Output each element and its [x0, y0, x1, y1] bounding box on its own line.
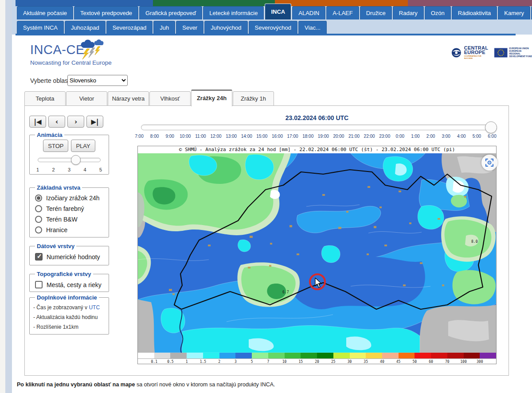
- scale-segment-14: [366, 353, 382, 358]
- region-tab-severoz-pad[interactable]: Severozápad: [106, 21, 153, 34]
- data-layers-group: Dátové vrstvy Numerické hodnoty: [29, 243, 109, 265]
- last-frame-button[interactable]: ▶|: [86, 116, 103, 128]
- nav-tab-inca[interactable]: INCA: [265, 4, 291, 19]
- nav-tab-r-dioaktivita[interactable]: Rádioaktivita: [452, 6, 497, 19]
- next-frame-button[interactable]: ›: [67, 116, 84, 128]
- primary-nav: Aktuálne počasieTextové predpovedeGrafic…: [17, 6, 532, 19]
- radio-icon[interactable]: [35, 216, 42, 223]
- timeline-slider[interactable]: [141, 125, 492, 130]
- data-layer-option-numerick-hodnoty[interactable]: Numerické hodnoty: [35, 253, 105, 261]
- scale-segment-10: [301, 353, 317, 358]
- previous-frame-button[interactable]: ‹: [48, 116, 65, 128]
- checkbox-icon[interactable]: [35, 281, 43, 288]
- scale-segment-7: [252, 353, 268, 358]
- scale-label-1-5: 1.5: [200, 360, 206, 364]
- scale-segment-15: [382, 353, 399, 358]
- product-tab-n-razy-vetra[interactable]: Nárazy vetra: [108, 91, 149, 106]
- scale-segment-19: [447, 353, 464, 358]
- speed-label-2: 2: [52, 167, 55, 172]
- scale-segment-0: [138, 353, 154, 358]
- nav-tab-grafick-predpove[interactable]: Grafická predpoveď: [139, 6, 202, 19]
- tick-10-00: 10:00: [180, 134, 191, 139]
- product-tab-vlhkos[interactable]: Vlhkosť: [149, 91, 191, 106]
- scale-segment-6: [235, 353, 252, 358]
- nav-tab-leteck-inform-cie[interactable]: Letecké informácie: [203, 6, 264, 19]
- scale-label-20: 20: [315, 360, 319, 364]
- animation-group: Animácia STOP PLAY 12345: [29, 132, 109, 175]
- speed-label-4: 4: [83, 167, 86, 172]
- region-tab-viac[interactable]: Viac...: [298, 21, 327, 34]
- nav-tab-kamery[interactable]: Kamery: [498, 6, 530, 19]
- precipitation-map[interactable]: © SHMÚ - Analýza zrážok za 24 hod [mm] -…: [137, 146, 497, 364]
- scale-segment-13: [350, 353, 366, 358]
- central-europe-logo: CENTRAL EUROPE COOPERATING FOR SUCCESS: [450, 46, 489, 59]
- region-tab-juhoz-pad[interactable]: Juhozápad: [65, 21, 106, 34]
- nav-tab-oz-n[interactable]: Ozón: [425, 6, 451, 19]
- footer-note: Po kliknutí na jednu vybranú oblasť na m…: [17, 381, 275, 388]
- base-layer-option-ter-n-b-w[interactable]: Terén B&W: [35, 216, 105, 223]
- timeline-slider-handle[interactable]: [485, 121, 497, 133]
- base-layer-legend: Základná vrstva: [35, 184, 82, 191]
- region-select[interactable]: Slovensko: [67, 75, 128, 86]
- precipitation-map-image[interactable]: 6.7 8.0: [138, 153, 496, 353]
- scale-label-100: 100: [460, 360, 466, 364]
- topo-layer-option-mest-cesty-a-rieky[interactable]: Mestá, cesty a rieky: [35, 281, 105, 288]
- tick-21-00: 21:00: [348, 134, 360, 139]
- animation-speed-handle[interactable]: [71, 155, 81, 165]
- animation-speed-slider[interactable]: [38, 158, 101, 162]
- info-line-2: - Aktualizácia každú hodinu: [33, 314, 105, 320]
- scale-segment-4: [203, 353, 219, 358]
- nav-tab-aktu-lne-po-asie[interactable]: Aktuálne počasie: [17, 6, 73, 19]
- radio-selected-icon[interactable]: [35, 195, 42, 202]
- scale-label-50: 50: [413, 360, 417, 364]
- product-tab-zr-ky-1h[interactable]: Zrážky 1h: [233, 91, 274, 106]
- scale-label-70: 70: [445, 360, 450, 364]
- region-tab-severov-chod[interactable]: Severovýchod: [249, 21, 297, 34]
- tick-12-00: 12:00: [211, 134, 222, 139]
- tick-7-00: 7:00: [135, 134, 143, 139]
- region-tab-juh[interactable]: Juh: [153, 21, 175, 34]
- product-tab-vietor[interactable]: Vietor: [66, 91, 107, 106]
- data-layers-legend: Dátové vrstvy: [35, 243, 76, 249]
- topo-layer-option-label: Mestá, cesty a rieky: [47, 281, 102, 288]
- map-screenshot-button[interactable]: [481, 155, 497, 171]
- radio-icon[interactable]: [35, 205, 42, 212]
- scale-label-2: 2: [218, 360, 220, 364]
- speed-label-3: 3: [68, 167, 70, 172]
- nav-tab-aladin[interactable]: ALADIN: [292, 6, 325, 19]
- secondary-nav: Systém INCAJuhozápadSeverozápadJuhSeverJ…: [17, 21, 327, 34]
- scale-label-15: 15: [298, 360, 303, 364]
- scale-segment-21: [480, 353, 496, 358]
- stop-button[interactable]: STOP: [43, 140, 68, 152]
- base-layer-option-label: Terén B&W: [46, 216, 78, 223]
- scale-segment-18: [431, 353, 447, 358]
- base-layer-option-hranice[interactable]: Hranice: [35, 226, 105, 233]
- checkbox-checked-icon[interactable]: [35, 253, 43, 261]
- nav-tab-dru-ice[interactable]: Družice: [360, 6, 392, 19]
- topo-layers-group: Topografické vrstvy Mestá, cesty a rieky: [29, 271, 109, 292]
- base-layer-option-izo-iary-zr-ok-24h[interactable]: Izočiary zrážok 24h: [35, 195, 105, 202]
- nav-tab-a-laef[interactable]: A-LAEF: [326, 6, 359, 19]
- scale-segment-5: [219, 353, 236, 358]
- base-layer-option-label: Izočiary zrážok 24h: [46, 195, 100, 202]
- region-tab-juhov-chod[interactable]: Juhovýchod: [204, 21, 247, 34]
- strip-segment-mauve: [408, 0, 532, 6]
- radio-icon[interactable]: [35, 226, 42, 233]
- play-button[interactable]: PLAY: [71, 140, 95, 152]
- nav-tab-radary[interactable]: Radary: [393, 6, 424, 19]
- tick-22-00: 22:00: [364, 134, 375, 139]
- info-line-1: - Čas je zobrazovaný v UTC: [33, 304, 105, 311]
- nav-tab-textov-predpovede[interactable]: Textové predpovede: [74, 6, 138, 19]
- scale-label-60: 60: [429, 360, 433, 364]
- product-tab-zr-ky-24h[interactable]: Zrážky 24h: [191, 89, 232, 106]
- step-buttons: |◀‹›▶|: [29, 116, 103, 128]
- first-frame-button[interactable]: |◀: [29, 116, 46, 128]
- region-tab-syst-m-inca[interactable]: Systém INCA: [17, 21, 64, 34]
- base-layer-option-ter-n-farebn[interactable]: Terén farebný: [35, 205, 105, 212]
- region-tab-sever[interactable]: Sever: [176, 21, 203, 34]
- tick-3-00: 3:00: [442, 134, 450, 139]
- product-tab-teplota[interactable]: Teplota: [24, 91, 66, 106]
- scale-label-10: 10: [282, 360, 287, 364]
- utc-link[interactable]: UTC: [89, 304, 100, 311]
- animation-speed-scale: 12345: [38, 167, 101, 172]
